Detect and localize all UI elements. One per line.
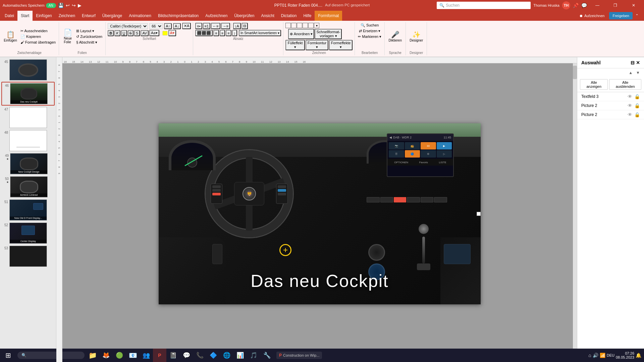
strikethrough-button[interactable]: S: [128, 30, 133, 36]
autosave-state[interactable]: AN: [46, 3, 56, 8]
taskbar-icon-excel[interactable]: 📊: [233, 349, 247, 362]
shape-triangle[interactable]: [308, 23, 314, 28]
layer-item-picture2b[interactable]: Picture 2 👁 🔒: [577, 110, 644, 119]
slide-thumb-48[interactable]: [9, 130, 47, 151]
scroll-up-icon[interactable]: ▲: [627, 70, 634, 76]
tab-start[interactable]: Start: [17, 11, 33, 21]
undo-icon[interactable]: ↩: [66, 3, 70, 8]
shape-line[interactable]: [291, 23, 297, 28]
tab-formformat[interactable]: Formformat: [315, 11, 342, 21]
taskbar-icon-app4[interactable]: 🌐: [220, 349, 233, 362]
taskbar-search[interactable]: 🔍: [17, 352, 85, 359]
formeffekte-button[interactable]: Formeffekte ▾: [329, 40, 353, 50]
taskbar-icon-explorer[interactable]: 📁: [86, 349, 99, 362]
taskbar-icon-teams[interactable]: 👥: [140, 349, 153, 362]
layer-picture2a-lock-icon[interactable]: 🔒: [634, 103, 640, 108]
layer-picture2b-lock-icon[interactable]: 🔒: [634, 112, 640, 117]
diktieren-button[interactable]: 🎤 Diktieren: [387, 31, 404, 43]
tab-ueberpruefen[interactable]: Überprüfen: [231, 11, 258, 21]
slide-thumb-46[interactable]: Das neu Cockpit: [10, 83, 48, 104]
shape-square[interactable]: [285, 23, 291, 28]
char-spacing-button[interactable]: AV: [141, 30, 149, 36]
slide-main-text[interactable]: Das neu Cockpit: [159, 271, 481, 291]
font-color-bg-button[interactable]: [162, 31, 168, 36]
tab-einfuegen[interactable]: Einfügen: [33, 11, 55, 21]
right-panel-close-icon[interactable]: ✕: [636, 60, 640, 65]
slide-item-53[interactable]: 53: [1, 245, 55, 267]
layer-item-picture2a[interactable]: Picture 2 👁 🔒: [577, 101, 644, 110]
tab-animationen[interactable]: Animationen: [125, 11, 155, 21]
slide-item-48[interactable]: 48: [1, 129, 55, 152]
redo-icon[interactable]: ↪: [72, 3, 76, 8]
ersetzen-button[interactable]: ⇄ Ersetzen ▾: [358, 28, 382, 34]
taskbar-icon-powerpoint[interactable]: P: [153, 349, 166, 362]
case-button[interactable]: Aa▾: [149, 30, 159, 36]
freigeben-button[interactable]: Freigeben: [609, 12, 633, 19]
tab-uebergaenge[interactable]: Übergänge: [99, 11, 125, 21]
taskbar-icon-onenote[interactable]: 📓: [166, 349, 180, 362]
presentation-icon[interactable]: ▶: [78, 3, 82, 8]
tab-dictation[interactable]: Dictation: [278, 11, 300, 21]
taskbar-icon-app3[interactable]: 🔷: [207, 349, 220, 362]
expand-ribbon-icon[interactable]: ⌃: [634, 12, 640, 19]
language-tray[interactable]: DEU: [607, 353, 614, 357]
slide-thumb-47[interactable]: [9, 107, 47, 128]
tab-aufzeichnen[interactable]: Aufzeichnen: [202, 11, 231, 21]
selection-handle[interactable]: [477, 212, 481, 216]
smartart-button[interactable]: In SmartArt konvertieren ▾: [239, 30, 281, 36]
slide-item-46[interactable]: 46 Das neu Cockpit: [1, 82, 55, 106]
align-left-button[interactable]: ⬛⬛⬛: [195, 30, 213, 36]
ribbon-pin-icon[interactable]: 📌: [573, 3, 579, 8]
slide-thumb-50[interactable]: Achteck Lenkrad: [10, 176, 48, 197]
indent-increase-button[interactable]: →≡: [221, 23, 230, 29]
aufzeichnen-button[interactable]: ⏺Aufzeichnen: [576, 12, 608, 19]
comment-icon[interactable]: 💬: [581, 3, 587, 8]
shape-more[interactable]: ▾: [314, 23, 319, 28]
scrollbar-v[interactable]: [573, 63, 577, 362]
slide-thumb-52[interactable]: Center Display: [9, 223, 47, 244]
align-justify-button[interactable]: ≡: [226, 30, 231, 36]
systray-icon3[interactable]: 📶: [600, 353, 605, 358]
shape-arrow[interactable]: [297, 23, 302, 28]
abschnitt-button[interactable]: § Abschnitt ▾: [75, 40, 103, 45]
search-box[interactable]: 🔍 Suchen: [437, 2, 531, 9]
markieren-button[interactable]: ✏ Markieren ▾: [357, 34, 382, 39]
autosave-toggle[interactable]: Automatisches Speichern AN: [3, 3, 56, 8]
underline-button[interactable]: U: [121, 30, 127, 36]
tab-entwurf[interactable]: Entwurf: [78, 11, 99, 21]
minimize-button[interactable]: —: [590, 0, 605, 11]
taskbar-clock[interactable]: 07:26 08.05.2023: [616, 351, 634, 359]
taskbar-icon-firefox[interactable]: 🦊: [99, 349, 113, 362]
layer-picture2a-visibility-icon[interactable]: 👁: [628, 103, 632, 108]
tab-ansicht[interactable]: Ansicht: [258, 11, 277, 21]
font-family-select[interactable]: Calibri (Textkörper): [108, 23, 148, 29]
layer-item-textfeld3[interactable]: Textfeld 3 👁 🔒: [577, 92, 644, 101]
slide-item-45[interactable]: 45: [1, 59, 55, 81]
formkontur-button[interactable]: Formkontur ▾: [306, 40, 328, 50]
suchen-button[interactable]: 🔍 Suchen: [360, 23, 380, 28]
systray-icon1[interactable]: ⌂: [588, 353, 591, 358]
line-spacing-button[interactable]: ↕: [232, 30, 237, 36]
slide-thumb-51[interactable]: New Old D Front Display...: [9, 199, 47, 221]
schnellformat-button[interactable]: Schnellformat-vorlagen ▾: [315, 29, 342, 39]
kopieren-button[interactable]: 📄 Kopieren: [19, 34, 57, 39]
align-center-button[interactable]: ≡: [213, 30, 219, 36]
list-bullet-button[interactable]: ≡•: [195, 23, 202, 29]
running-app-indicator[interactable]: P Construction on Wip...: [276, 352, 322, 359]
taskbar-icon-app1[interactable]: 💬: [180, 349, 193, 362]
scroll-down-icon[interactable]: ▼: [635, 70, 641, 76]
notification-icon[interactable]: 🔔: [636, 353, 641, 358]
taskbar-icon-app5[interactable]: 🎵: [247, 349, 260, 362]
zuruecksetzen-button[interactable]: ↺ Zurücksetzen: [75, 34, 103, 39]
layer-textfeld3-visibility-icon[interactable]: 👁: [628, 94, 632, 99]
infotainment-screen[interactable]: ◀ DAB · WDR 2 11:45 📷 📻 30 ▶ ☰ 🔵 ⚙ ▷: [387, 133, 454, 177]
shadow-button[interactable]: S: [134, 30, 140, 36]
align-right-button[interactable]: ≡: [220, 30, 225, 36]
show-all-button[interactable]: Alle anzeigen: [580, 79, 608, 90]
einfuegen-button[interactable]: 📋 Einfügen: [2, 31, 19, 43]
right-panel-expand-icon[interactable]: ⊟: [631, 60, 635, 65]
taskbar-icon-app2[interactable]: 📞: [193, 349, 207, 362]
italic-button[interactable]: K: [114, 30, 120, 36]
taskbar-icon-outlook[interactable]: 📧: [126, 349, 140, 362]
save-icon[interactable]: 💾: [58, 3, 64, 8]
